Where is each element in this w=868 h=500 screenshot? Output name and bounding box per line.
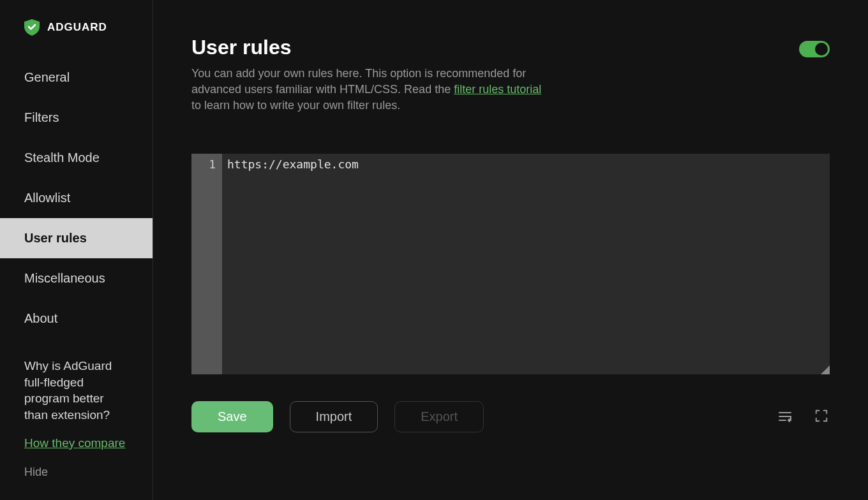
wrap-lines-icon[interactable]	[777, 409, 793, 424]
sidebar-item-general[interactable]: General	[0, 57, 153, 98]
editor-icon-buttons	[777, 409, 830, 424]
button-row: Save Import Export	[191, 401, 830, 432]
page-title: User rules	[191, 36, 549, 59]
sidebar-item-stealth-mode[interactable]: Stealth Mode	[0, 138, 153, 178]
main-content: User rules You can add your own rules he…	[153, 0, 868, 500]
sidebar-item-miscellaneous[interactable]: Miscellaneous	[0, 258, 153, 298]
fullscreen-icon[interactable]	[814, 409, 830, 424]
sidebar: ADGUARD General Filters Stealth Mode All…	[0, 0, 153, 500]
promo-hide[interactable]: Hide	[0, 450, 153, 479]
promo-link[interactable]: How they compare	[24, 436, 125, 450]
sidebar-item-user-rules[interactable]: User rules	[0, 218, 153, 258]
enable-toggle[interactable]	[799, 41, 830, 57]
page-header: User rules You can add your own rules he…	[191, 36, 830, 114]
editor-gutter: 1	[191, 154, 222, 374]
promo-block: Why is AdGuard full-fledged program bett…	[0, 339, 153, 450]
promo-title: Why is AdGuard full-fledged program bett…	[24, 358, 128, 423]
editor-textarea[interactable]: https://example.com	[222, 154, 830, 374]
shield-icon	[24, 19, 40, 36]
import-button[interactable]: Import	[290, 401, 378, 432]
app-name: ADGUARD	[47, 21, 107, 34]
line-number: 1	[191, 158, 216, 171]
sidebar-item-about[interactable]: About	[0, 298, 153, 339]
rules-editor: 1 https://example.com	[191, 154, 830, 374]
toggle-knob	[815, 43, 828, 55]
desc-suffix: to learn how to write your own filter ru…	[191, 99, 400, 112]
export-button[interactable]: Export	[394, 401, 484, 432]
app-logo: ADGUARD	[0, 19, 153, 36]
save-button[interactable]: Save	[191, 401, 273, 432]
page-description: You can add your own rules here. This op…	[191, 66, 549, 114]
sidebar-item-allowlist[interactable]: Allowlist	[0, 178, 153, 218]
tutorial-link[interactable]: filter rules tutorial	[454, 83, 541, 96]
sidebar-nav: General Filters Stealth Mode Allowlist U…	[0, 57, 153, 339]
resize-handle-icon[interactable]	[821, 365, 830, 374]
sidebar-item-filters[interactable]: Filters	[0, 98, 153, 138]
